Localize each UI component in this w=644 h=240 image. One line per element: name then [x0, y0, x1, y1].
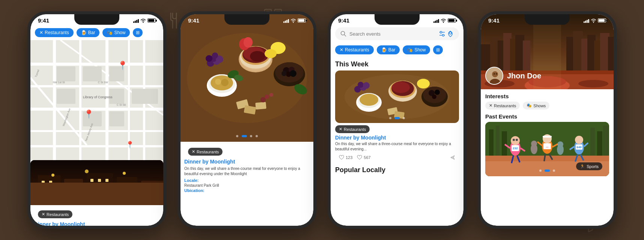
chip-show-1[interactable]: 🎭 Show — [102, 28, 130, 37]
svg-point-62 — [94, 196, 117, 202]
send-icon-3[interactable] — [450, 155, 455, 160]
svg-point-191 — [575, 136, 583, 144]
carousel-dots-4 — [485, 166, 609, 173]
search-bar-3[interactable] — [335, 27, 459, 40]
chip-restaurants-3[interactable]: ✕ Restaurants — [335, 45, 374, 54]
event-stats-3: 123 567 — [335, 153, 459, 162]
svg-rect-53 — [42, 186, 45, 189]
status-bar-3: 9:41 — [331, 14, 463, 25]
signal-2 — [283, 18, 289, 23]
svg-point-86 — [281, 71, 287, 76]
svg-point-179 — [516, 139, 518, 141]
svg-point-117 — [392, 82, 410, 93]
svg-point-172 — [511, 136, 520, 145]
filter-bar-1: ✕ Restaurants 🍺 Bar 🎭 Show ⊞ — [30, 25, 163, 40]
signal-3 — [433, 18, 439, 23]
svg-point-91 — [206, 55, 212, 62]
chip-show-3[interactable]: 🎭 Show — [403, 45, 430, 54]
svg-point-159 — [494, 73, 495, 75]
card-desc-2: On this day, we will share a three-cours… — [181, 166, 313, 178]
svg-point-102 — [244, 37, 253, 48]
svg-rect-48 — [87, 173, 113, 205]
svg-rect-54 — [49, 186, 52, 189]
heart-icon-3 — [339, 155, 344, 160]
svg-rect-164 — [496, 126, 500, 159]
svg-point-61 — [49, 196, 72, 202]
card-info-2: ✕ Restaurants Dinner by Moonlight On thi… — [181, 142, 313, 198]
search-filter-icons-3 — [439, 30, 454, 37]
svg-rect-52 — [49, 181, 52, 184]
interest-chip-restaurants-4[interactable]: ✕ Restaurants — [485, 102, 520, 110]
interest-chip-shows-4[interactable]: 🎭 Shows — [523, 102, 549, 110]
dot-2-4 — [545, 170, 550, 172]
svg-text:232: 232 — [513, 147, 518, 150]
svg-point-182 — [543, 134, 552, 143]
chip-more-1[interactable]: ⊞ — [133, 28, 143, 37]
card-locale-val-2: Restaurant Park Grill — [181, 183, 313, 188]
svg-point-128 — [358, 82, 364, 88]
svg-rect-57 — [90, 179, 93, 182]
notch-4 — [525, 14, 570, 25]
battery-icon-4 — [598, 18, 606, 22]
svg-rect-58 — [98, 179, 101, 182]
chip-bar-1[interactable]: 🍺 Bar — [77, 28, 100, 37]
svg-rect-59 — [105, 179, 108, 182]
event-card-img-3 — [335, 70, 459, 123]
chip-icon-bar-1: 🍺 — [81, 30, 87, 35]
status-bar-4: 9:41 — [481, 14, 614, 25]
wifi-icon-4 — [591, 18, 596, 23]
status-icons-3 — [433, 18, 456, 23]
location-icon-3[interactable] — [447, 30, 454, 37]
svg-rect-47 — [64, 179, 83, 205]
svg-text:📍: 📍 — [84, 109, 94, 119]
filter-bar-3: ✕ Restaurants 🍺 Bar 🎭 Show ⊞ — [331, 42, 463, 57]
notch-2 — [224, 14, 269, 25]
card-title-3: Dinner by Moonlight — [335, 133, 459, 141]
svg-point-154 — [578, 80, 608, 87]
carousel-dots-3 — [335, 114, 459, 121]
svg-rect-34 — [109, 111, 124, 126]
svg-rect-168 — [603, 126, 609, 159]
battery-icon-3 — [448, 18, 456, 22]
svg-point-180 — [513, 139, 515, 141]
svg-rect-189 — [543, 136, 552, 138]
chip-bar-3[interactable]: 🍺 Bar — [377, 45, 400, 54]
svg-rect-22 — [105, 40, 108, 160]
wifi-icon-1 — [140, 18, 146, 23]
svg-text:📍: 📍 — [126, 141, 134, 149]
search-input-3[interactable] — [349, 31, 436, 37]
svg-point-124 — [435, 90, 440, 95]
dot-3-3 — [403, 117, 405, 119]
dot-4-2 — [256, 135, 258, 137]
map-1: Library of Congress Tunnel Washington Av… — [30, 40, 163, 160]
svg-rect-45 — [30, 160, 163, 205]
section-title-popular: Popular Locally — [331, 165, 463, 176]
svg-point-78 — [215, 79, 221, 85]
event-card-info-3: ✕ Restaurants Dinner by Moonlight On thi… — [331, 123, 463, 165]
svg-text:C St SW: C St SW — [98, 81, 108, 84]
carousel-dots-2 — [181, 132, 313, 139]
status-icons-2 — [283, 18, 306, 23]
svg-rect-55 — [68, 183, 71, 186]
svg-point-64 — [85, 170, 89, 173]
chip-restaurants-1[interactable]: ✕ Restaurants — [35, 28, 74, 37]
svg-rect-20 — [53, 40, 56, 160]
svg-rect-21 — [79, 40, 81, 160]
svg-point-110 — [442, 34, 444, 36]
svg-text:Library of Congress: Library of Congress — [83, 95, 113, 99]
svg-rect-97 — [255, 102, 266, 110]
svg-rect-49 — [117, 177, 137, 205]
race-img-4: 232 — [485, 122, 609, 176]
chip-more-3[interactable]: ⊞ — [433, 45, 443, 54]
svg-rect-60 — [30, 196, 163, 205]
status-icons-1 — [133, 18, 156, 23]
time-4: 9:41 — [488, 17, 500, 24]
restaurant-img-1 — [30, 160, 163, 205]
dot-2-2 — [242, 135, 247, 137]
filter-adjust-icon-3[interactable] — [439, 30, 445, 37]
dot-2-3 — [394, 117, 400, 119]
svg-rect-46 — [38, 175, 60, 205]
svg-point-199 — [531, 144, 537, 154]
svg-point-109 — [440, 32, 442, 33]
card-title-1: Dinner by Moonlight — [30, 221, 163, 226]
